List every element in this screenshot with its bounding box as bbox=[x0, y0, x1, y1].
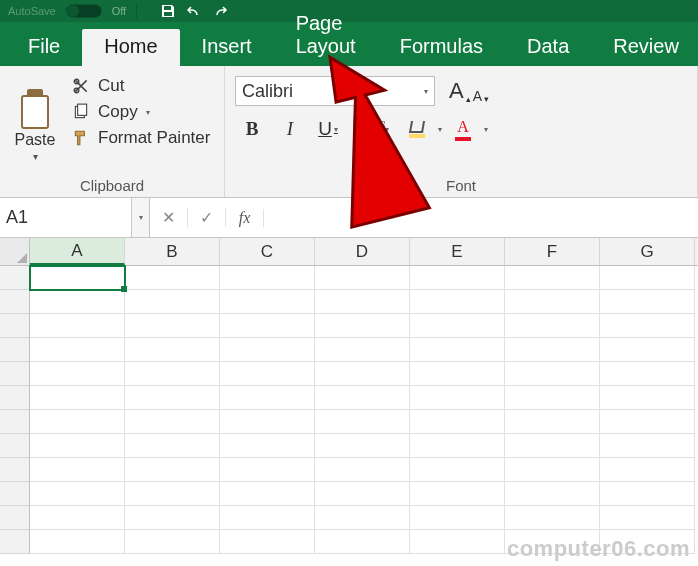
row-header[interactable] bbox=[0, 434, 30, 458]
cell[interactable] bbox=[220, 458, 315, 482]
chevron-down-icon[interactable]: ▾ bbox=[484, 125, 488, 134]
tab-insert[interactable]: Insert bbox=[180, 29, 274, 66]
cell[interactable] bbox=[505, 482, 600, 506]
cell[interactable] bbox=[600, 434, 695, 458]
grow-font-button[interactable]: A bbox=[449, 78, 464, 104]
cell[interactable] bbox=[505, 410, 600, 434]
cell[interactable] bbox=[315, 482, 410, 506]
cell[interactable] bbox=[220, 482, 315, 506]
cell[interactable] bbox=[505, 290, 600, 314]
chevron-down-icon[interactable]: ▾ bbox=[385, 125, 389, 134]
cell[interactable] bbox=[600, 362, 695, 386]
accept-formula-button[interactable]: ✓ bbox=[188, 208, 226, 227]
chevron-down-icon[interactable]: ▾ bbox=[33, 151, 38, 162]
cell[interactable] bbox=[505, 386, 600, 410]
cell[interactable] bbox=[125, 506, 220, 530]
cell[interactable] bbox=[600, 410, 695, 434]
cell[interactable] bbox=[30, 410, 125, 434]
cell[interactable] bbox=[125, 410, 220, 434]
select-all-corner[interactable] bbox=[0, 238, 30, 265]
tab-home[interactable]: Home bbox=[82, 29, 179, 66]
row-header[interactable] bbox=[0, 266, 30, 290]
cell[interactable] bbox=[505, 362, 600, 386]
row-header[interactable] bbox=[0, 314, 30, 338]
cell[interactable] bbox=[600, 386, 695, 410]
cell[interactable] bbox=[30, 386, 125, 410]
cell[interactable] bbox=[410, 314, 505, 338]
cell[interactable] bbox=[505, 458, 600, 482]
column-header[interactable]: C bbox=[220, 238, 315, 265]
cell[interactable] bbox=[410, 530, 505, 554]
cell[interactable] bbox=[410, 290, 505, 314]
cut-button[interactable]: Cut bbox=[72, 76, 218, 96]
fill-color-button[interactable] bbox=[400, 114, 434, 144]
insert-function-button[interactable]: fx bbox=[226, 209, 264, 227]
cell[interactable] bbox=[410, 362, 505, 386]
formula-input[interactable] bbox=[264, 198, 698, 237]
cell[interactable] bbox=[410, 482, 505, 506]
italic-button[interactable]: I bbox=[273, 114, 307, 144]
cell[interactable] bbox=[30, 506, 125, 530]
cell[interactable] bbox=[410, 338, 505, 362]
cell[interactable] bbox=[505, 506, 600, 530]
row-header[interactable] bbox=[0, 482, 30, 506]
cell[interactable] bbox=[315, 410, 410, 434]
cell[interactable] bbox=[315, 266, 410, 290]
cell[interactable] bbox=[30, 530, 125, 554]
row-header[interactable] bbox=[0, 362, 30, 386]
cell[interactable] bbox=[125, 338, 220, 362]
font-name-combo[interactable]: Calibri ▾ bbox=[235, 76, 435, 106]
cell[interactable] bbox=[600, 482, 695, 506]
cell[interactable] bbox=[220, 506, 315, 530]
cell[interactable] bbox=[30, 482, 125, 506]
cancel-formula-button[interactable]: ✕ bbox=[150, 208, 188, 227]
cell[interactable] bbox=[125, 266, 220, 290]
cell[interactable] bbox=[600, 506, 695, 530]
cell[interactable] bbox=[410, 506, 505, 530]
bold-button[interactable]: B bbox=[235, 114, 269, 144]
cell[interactable] bbox=[125, 530, 220, 554]
redo-icon[interactable] bbox=[211, 2, 229, 20]
cell[interactable] bbox=[220, 290, 315, 314]
cell[interactable] bbox=[220, 314, 315, 338]
cell[interactable] bbox=[30, 458, 125, 482]
row-header[interactable] bbox=[0, 386, 30, 410]
cell[interactable] bbox=[30, 338, 125, 362]
cell[interactable] bbox=[220, 338, 315, 362]
cell[interactable] bbox=[220, 266, 315, 290]
column-header[interactable]: A bbox=[30, 238, 125, 265]
cell[interactable] bbox=[410, 410, 505, 434]
tab-data[interactable]: Data bbox=[505, 29, 591, 66]
chevron-down-icon[interactable]: ▾ bbox=[424, 87, 428, 96]
cell[interactable] bbox=[125, 482, 220, 506]
cell[interactable] bbox=[410, 386, 505, 410]
cell[interactable] bbox=[125, 314, 220, 338]
tab-page-layout[interactable]: Page Layout bbox=[274, 6, 378, 66]
undo-icon[interactable] bbox=[185, 2, 203, 20]
chevron-down-icon[interactable]: ▾ bbox=[131, 198, 149, 237]
cell[interactable] bbox=[30, 362, 125, 386]
cell[interactable] bbox=[220, 410, 315, 434]
autosave-toggle[interactable] bbox=[66, 4, 102, 18]
name-box[interactable]: ▾ bbox=[0, 198, 150, 237]
cell[interactable] bbox=[125, 434, 220, 458]
cell[interactable] bbox=[30, 314, 125, 338]
name-box-input[interactable] bbox=[0, 207, 131, 228]
cell[interactable] bbox=[315, 290, 410, 314]
row-header[interactable] bbox=[0, 458, 30, 482]
cell[interactable] bbox=[600, 314, 695, 338]
cell[interactable] bbox=[315, 386, 410, 410]
tab-formulas[interactable]: Formulas bbox=[378, 29, 505, 66]
cell[interactable] bbox=[505, 338, 600, 362]
cell[interactable] bbox=[600, 266, 695, 290]
cell[interactable] bbox=[600, 458, 695, 482]
font-color-button[interactable]: A bbox=[446, 114, 480, 144]
tab-file[interactable]: File bbox=[6, 29, 82, 66]
column-header[interactable]: G bbox=[600, 238, 695, 265]
underline-button[interactable]: U▾ bbox=[311, 114, 345, 144]
cell[interactable] bbox=[125, 290, 220, 314]
save-icon[interactable] bbox=[159, 2, 177, 20]
borders-button[interactable]: ▾ bbox=[362, 114, 396, 144]
cell[interactable] bbox=[315, 458, 410, 482]
copy-button[interactable]: Copy ▾ bbox=[72, 102, 218, 122]
